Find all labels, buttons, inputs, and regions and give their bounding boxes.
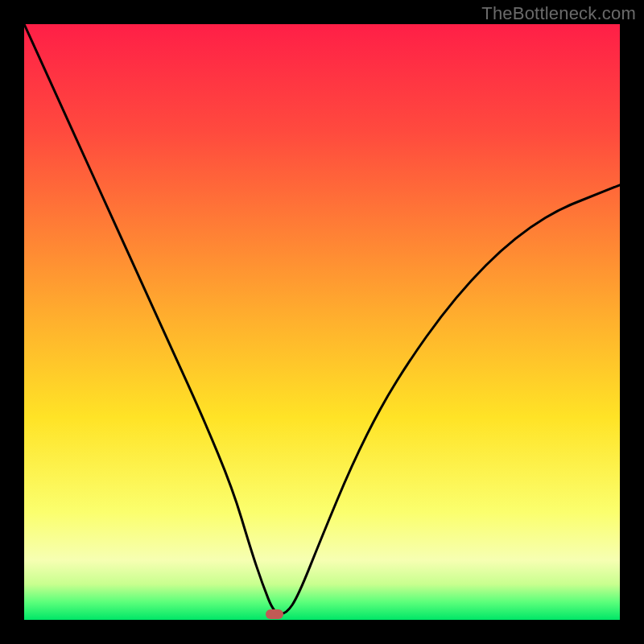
- bottleneck-curve: [24, 24, 620, 620]
- min-marker: [266, 609, 283, 619]
- plot-area: [24, 24, 620, 620]
- watermark-text: TheBottleneck.com: [481, 3, 636, 24]
- chart-frame: TheBottleneck.com: [0, 0, 644, 644]
